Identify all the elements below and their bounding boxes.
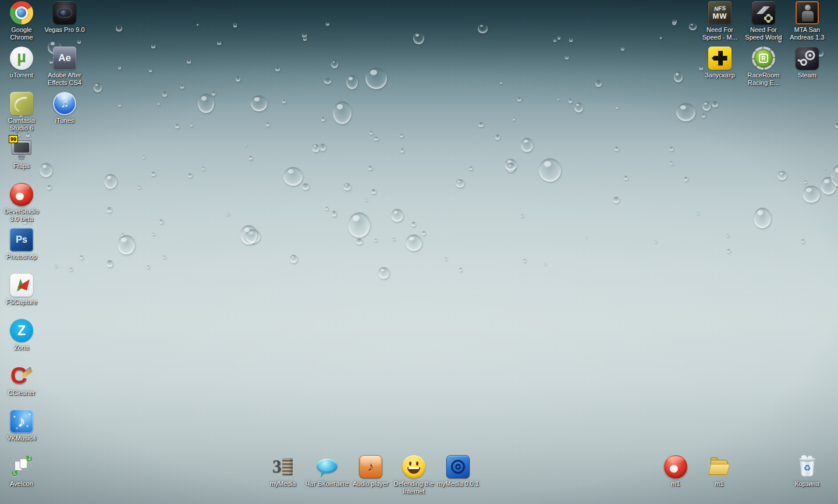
desktop-icon-label: CCleaner: [8, 389, 35, 397]
desktop-icon-label: Defending the Internet: [392, 480, 436, 495]
desktop-icon-audio-player[interactable]: Audio player: [349, 455, 393, 488]
music-note-icon: [359, 455, 382, 478]
3m-letters-icon: 3: [271, 455, 294, 478]
desktop-icon-label: Корзина: [795, 480, 819, 488]
desktop-icon-fraps[interactable]: 99Fraps: [0, 137, 44, 170]
fraps-monitor-99-icon: 99: [10, 137, 33, 161]
desktop-icon-label: Audio player: [353, 480, 388, 488]
desktop-icon-label: MTA San Andreas 1.3: [785, 26, 829, 41]
desktop-icon-google-chrome[interactable]: Google Chrome: [0, 1, 44, 41]
desktop-icon-vegas-pro[interactable]: Vegas Pro 9.0: [42, 1, 87, 34]
ccleaner-c-brush-icon: C: [10, 364, 33, 388]
desktop-icon-label: VKMusic4: [7, 435, 36, 442]
yellow-arrow-cross-icon: [708, 47, 732, 70]
photoshop-ps-icon: [10, 228, 33, 251]
desktop-icon-fscapture[interactable]: FSCapture: [0, 274, 44, 306]
zona-z-icon: [10, 319, 33, 342]
video-camera-icon: [53, 1, 76, 24]
desktop-icon-zapuskatr[interactable]: Запускатр: [698, 47, 742, 79]
desktop-icon-label: Need For Speed - M...: [698, 26, 742, 41]
folder-icon: [708, 455, 731, 478]
desktop-icon-photoshop[interactable]: Photoshop: [0, 228, 44, 261]
blue-disc-icon: [446, 455, 470, 478]
desktop-icon-nfs-world[interactable]: Need For Speed World: [741, 1, 786, 41]
desktop-icon-label: Steam: [798, 72, 816, 79]
desktop-icon-label: Fraps: [13, 162, 30, 170]
desktop-icon-nfs-most-wanted[interactable]: Need For Speed - M...: [698, 1, 742, 41]
desktop-icon-grid: Google ChromeVegas Pro 9.0uTorrentAdobe …: [0, 0, 838, 504]
desktop-icon-label: uTorrent: [10, 72, 33, 79]
after-effects-ae-icon: [53, 47, 76, 70]
mta-character-icon: [796, 1, 819, 24]
desktop-icon-ccleaner[interactable]: CCCleaner: [0, 364, 44, 397]
steam-logo-icon: [796, 47, 819, 70]
desktop-icon-label: RaceRoom Racing E...: [741, 72, 786, 87]
desktop-icon-label: FSCapture: [6, 299, 37, 306]
desktop-icon-label: Zona: [14, 344, 29, 352]
itunes-note-icon: [53, 92, 76, 115]
desktop-icon-label: AveIcon: [10, 480, 33, 488]
desktop-icon-aveicon[interactable]: ↻↺AveIcon: [0, 455, 44, 488]
desktop-icon-mymedia-001[interactable]: myMedia 0.0.1: [436, 455, 480, 488]
desktop-icon-m1-folder[interactable]: m1: [697, 455, 741, 488]
desktop-icon-label: iTunes: [55, 117, 74, 125]
desktop-icon-label: Adobe After Effects CS4: [42, 72, 87, 87]
fscapture-arrows-icon: [10, 274, 33, 297]
desktop-icon-label: Camtasia Studio 6: [0, 117, 44, 132]
desktop-icon-defending-internet[interactable]: Defending the Internet: [392, 455, 436, 495]
red-ball-icon: [664, 455, 687, 478]
desktop-icon-steam[interactable]: Steam: [785, 47, 829, 79]
raceroom-r-badge-icon: R: [752, 47, 775, 70]
desktop-icon-label: Photoshop: [6, 253, 37, 261]
camtasia-swirl-icon: [10, 92, 33, 115]
nfs-world-icon: [752, 1, 775, 24]
desktop-icon-utorrent[interactable]: uTorrent: [0, 47, 44, 79]
nfs-mw-icon: [708, 1, 732, 24]
music-clef-icon: [10, 410, 33, 433]
utorrent-mu-icon: [10, 47, 33, 70]
desktop-icon-label: DevelStudio 3.0 beta: [0, 208, 44, 223]
desktop: { "desktop": { "wallpaper": { "descripti…: [0, 0, 838, 504]
desktop-icon-vkmusic4[interactable]: VKMusic4: [0, 410, 44, 442]
desktop-icon-label: Google Chrome: [0, 26, 44, 41]
desktop-icon-label: Need For Speed World: [741, 26, 786, 41]
chrome-logo-icon: [10, 1, 33, 24]
desktop-icon-vk-chat[interactable]: Чат ВКонтакте: [305, 455, 349, 488]
desktop-icon-label: myMedia 0.0.1: [437, 480, 479, 488]
desktop-icon-label: m1: [671, 480, 680, 488]
desktop-icon-itunes[interactable]: iTunes: [42, 92, 87, 125]
desktop-icon-label: m1: [715, 480, 723, 488]
desktop-icon-raceroom[interactable]: RRaceRoom Racing E...: [741, 47, 786, 87]
pages-convert-icon: ↻↺: [10, 455, 33, 478]
desktop-icon-camtasia-studio[interactable]: Camtasia Studio 6: [0, 92, 44, 132]
desktop-icon-zona[interactable]: Zona: [0, 319, 44, 352]
recycle-bin-icon: ♻: [796, 455, 819, 478]
desktop-icon-develstudio[interactable]: DevelStudio 3.0 beta: [0, 183, 44, 223]
desktop-icon-label: Vegas Pro 9.0: [44, 26, 84, 34]
desktop-icon-mta-san-andreas[interactable]: MTA San Andreas 1.3: [785, 1, 829, 41]
red-ball-icon: [10, 183, 33, 206]
smiley-face-icon: [402, 455, 425, 478]
desktop-icon-m1-app[interactable]: m1: [654, 455, 698, 488]
speech-bubble-icon: [315, 455, 339, 478]
desktop-icon-adobe-after-effects[interactable]: Adobe After Effects CS4: [42, 47, 87, 87]
desktop-icon-label: Запускатр: [705, 72, 735, 79]
desktop-icon-mymedia[interactable]: 3myMedia: [261, 455, 305, 488]
desktop-icon-label: Чат ВКонтакте: [306, 480, 349, 488]
desktop-icon-label: myMedia: [270, 480, 296, 488]
desktop-icon-recycle-bin[interactable]: ♻Корзина: [785, 455, 829, 488]
